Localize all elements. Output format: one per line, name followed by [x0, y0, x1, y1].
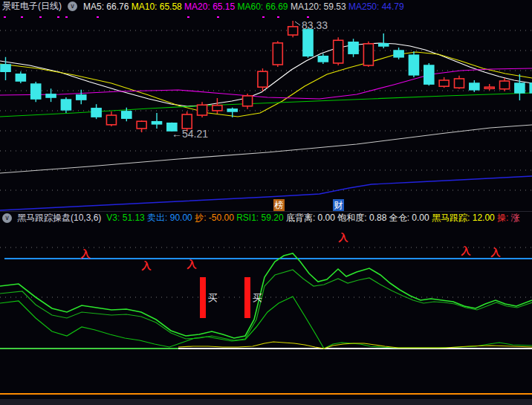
candle-up[interactable]	[455, 79, 464, 88]
signal-dot	[21, 16, 23, 18]
signal-dot	[262, 16, 265, 18]
candle-up[interactable]	[500, 81, 510, 89]
indicator-value: V3: 51.13	[106, 213, 144, 223]
indicator-title: 黑马跟踪操盘(10,3,6)	[17, 212, 101, 224]
indicator-value: 全仓: 0.00	[389, 212, 429, 224]
indicator-header: ∨ 黑马跟踪操盘(10,3,6) V3: 51.13 卖出: 90.00 抄: …	[0, 212, 532, 224]
signal-dot	[277, 16, 279, 18]
high-annotation-tick	[295, 22, 300, 25]
signal-dot	[97, 16, 99, 18]
candle-down[interactable]	[61, 100, 71, 110]
collapse-indicator-button[interactable]: ∨	[2, 213, 12, 223]
candle-up[interactable]	[213, 106, 222, 111]
chevron-down-icon: ∨	[4, 215, 10, 221]
main-candlestick-chart[interactable]: 83.33←54.21	[0, 12, 532, 211]
window-bottom-edge	[0, 399, 532, 405]
ma250-line	[0, 176, 532, 210]
buy-label: 买	[253, 292, 262, 303]
candle-down[interactable]	[31, 84, 41, 99]
indicator-value: 卖出: 90.00	[147, 212, 192, 224]
candle-down[interactable]	[77, 95, 86, 100]
candle-up[interactable]	[484, 87, 494, 88]
bottom-axis-line	[0, 393, 532, 395]
indicator-value: 抄: -50.00	[195, 212, 234, 224]
candle-down[interactable]	[409, 55, 418, 75]
yellow-line	[178, 342, 532, 349]
candle-down[interactable]	[470, 83, 479, 90]
indicator-value: 操: 涨	[497, 212, 520, 224]
candle-up[interactable]	[288, 27, 298, 35]
signal-dot	[217, 16, 219, 18]
ma-value: MA250: 44.79	[348, 1, 404, 12]
candle-up[interactable]	[243, 96, 253, 106]
candle-up[interactable]	[334, 40, 343, 63]
entry-signal-marker: 入	[338, 232, 349, 243]
signal-dot	[57, 16, 59, 18]
candle-down[interactable]	[1, 65, 10, 71]
slow-green-line	[0, 270, 532, 340]
candle-up[interactable]	[439, 80, 449, 86]
candle-up[interactable]	[273, 43, 282, 65]
ma-value: MA120: 59.53	[291, 1, 346, 12]
candle-down[interactable]	[394, 51, 403, 57]
collapse-main-chart-button[interactable]: ∨	[68, 1, 77, 11]
signal-dot	[39, 16, 42, 18]
candle-down[interactable]	[515, 83, 525, 93]
ma-value: MA60: 66.69	[238, 1, 288, 12]
candle-up[interactable]	[106, 115, 116, 125]
indicator-value: 底背离: 0.00	[286, 212, 335, 224]
ma120-line	[0, 125, 532, 173]
entry-signal-marker: 入	[490, 247, 502, 258]
candle-down[interactable]	[122, 111, 132, 118]
indicator-value: 黑马跟踪: 12.00	[432, 212, 495, 224]
ma-value: MA10: 65.58	[132, 1, 182, 12]
candle-up[interactable]	[182, 114, 192, 129]
stock-title: 景旺电子(日线)	[2, 0, 62, 13]
j-green-line	[0, 297, 532, 349]
low-price-annotation: ←54.21	[172, 128, 208, 140]
signal-dot	[307, 16, 309, 18]
signal-dot	[187, 16, 189, 18]
candle-down[interactable]	[91, 108, 101, 117]
candle-up[interactable]	[363, 44, 373, 65]
high-price-annotation: 83.33	[302, 19, 328, 31]
chevron-down-icon: ∨	[70, 3, 75, 10]
entry-signal-marker: 入	[80, 248, 91, 259]
indicator-values-row: V3: 51.13 卖出: 90.00 抄: -50.00 RSI1: 59.2…	[106, 212, 519, 224]
candle-up[interactable]	[198, 105, 207, 115]
indicator-value: RSI1: 59.20	[236, 213, 283, 223]
ma-value: MA5: 66.76	[83, 1, 129, 12]
candle-down[interactable]	[379, 44, 389, 46]
candle-down[interactable]	[46, 94, 56, 97]
stock-chart-window: 景旺电子(日线) ∨ MA5: 66.76 MA10: 65.58 MA20: …	[0, 0, 532, 405]
candle-down[interactable]	[348, 42, 358, 54]
candle-down[interactable]	[318, 56, 328, 62]
fast-green-line	[0, 253, 532, 338]
indicator-chart[interactable]: 入入入入入入买买	[0, 225, 532, 392]
buy-signal-bar[interactable]	[244, 277, 250, 318]
candle-down[interactable]	[16, 74, 25, 81]
candle-down[interactable]	[227, 109, 237, 111]
entry-signal-marker: 入	[141, 260, 152, 271]
signal-dot	[65, 16, 68, 18]
event-badge[interactable]: 财	[333, 199, 344, 211]
candle-down[interactable]	[424, 65, 434, 84]
event-badge[interactable]: 榜	[273, 199, 285, 211]
ma-values-row: MA5: 66.76 MA10: 65.58 MA20: 65.15 MA60:…	[83, 1, 404, 12]
entry-signal-marker: 入	[461, 245, 472, 256]
main-chart-header: 景旺电子(日线) ∨ MA5: 66.76 MA10: 65.58 MA20: …	[0, 0, 532, 13]
indicator-value: 饱和度: 0.88	[337, 212, 386, 224]
candle-up[interactable]	[137, 121, 146, 129]
candle-up[interactable]	[258, 71, 267, 87]
buy-label: 买	[208, 292, 218, 303]
buy-signal-bar[interactable]	[200, 277, 206, 318]
ma-value: MA20: 65.15	[184, 1, 235, 12]
entry-signal-marker: 入	[186, 259, 198, 270]
signal-dot	[4, 16, 6, 18]
candle-down[interactable]	[152, 122, 162, 124]
candle-down[interactable]	[303, 30, 313, 56]
